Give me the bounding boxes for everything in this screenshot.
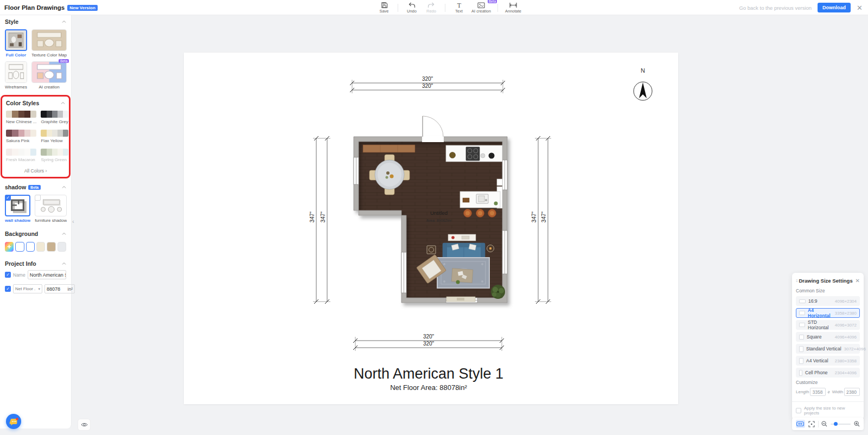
- annotate-button[interactable]: Annotate: [502, 0, 525, 15]
- ai-creation-button[interactable]: Beta AI creation: [469, 0, 494, 15]
- dim-left-1: 347": [309, 211, 315, 222]
- chevron-up-icon[interactable]: [62, 232, 66, 236]
- palette-flax-yellow[interactable]: Flax Yellow: [41, 130, 68, 143]
- size-shape-icon: [799, 335, 804, 340]
- style-option-ai-creation[interactable]: Beta AI creation: [31, 61, 67, 89]
- size-shape-icon: [799, 323, 805, 328]
- size-option-a4-vertical[interactable]: A4 Vertical 2380×3358: [796, 356, 860, 366]
- style-option-texture-color-map[interactable]: Texture Color Map: [31, 29, 67, 57]
- zoom-slider[interactable]: [831, 424, 851, 425]
- wall-shadow-checkbox[interactable]: ✓: [5, 195, 11, 201]
- size-shape-icon: [799, 311, 805, 315]
- eye-icon: [81, 422, 88, 427]
- background-section-title: Background: [5, 231, 38, 237]
- download-button[interactable]: Download: [818, 3, 851, 12]
- size-option-16-9[interactable]: 16:9 4096×2304: [796, 296, 860, 306]
- chevron-up-icon[interactable]: [61, 101, 65, 105]
- dim-top-2: 320": [422, 83, 433, 89]
- background-swatch-tan[interactable]: [47, 242, 55, 252]
- palette-fresh-macaron[interactable]: Fresh Macaron: [6, 149, 36, 162]
- drag-handle-icon[interactable]: ⁞⁞: [796, 278, 797, 283]
- palette-spring-green[interactable]: Spring Green: [41, 149, 68, 162]
- bar-stools: [464, 209, 496, 218]
- palette-sakura-pink[interactable]: Sakura Pink: [6, 130, 36, 143]
- drawing-size-settings-panel: ⁞⁞ Drawing Size Settings ✕ Common Size 1…: [792, 273, 864, 420]
- background-swatch-grey[interactable]: [58, 242, 66, 252]
- background-swatch-cream[interactable]: [36, 242, 45, 252]
- fit-width-icon[interactable]: [796, 420, 805, 428]
- style-option-full-color[interactable]: Full Color: [5, 29, 27, 57]
- all-colors-link[interactable]: All Colors ›: [5, 167, 66, 177]
- dim-right-2: 347": [541, 211, 547, 222]
- save-button[interactable]: Save: [374, 0, 394, 15]
- size-option-a4-horizontal[interactable]: A4 Horizontal 3358×2380: [796, 308, 860, 318]
- close-icon[interactable]: ✕: [857, 4, 863, 11]
- plan-title: North American Style 1: [354, 366, 503, 382]
- style-section-title: Style: [5, 18, 18, 25]
- kitchen-counter: [446, 145, 502, 162]
- background-swatch-white-2[interactable]: [26, 242, 35, 252]
- chevron-down-icon: ▾: [38, 287, 40, 291]
- color-styles-section-title: Color Styles: [6, 100, 39, 106]
- zoom-out-icon[interactable]: [821, 421, 827, 427]
- dim-bottom-2: 320": [423, 341, 435, 347]
- compass-icon: N: [634, 67, 652, 100]
- ai-creation-thumbnail: [31, 61, 67, 83]
- chevron-up-icon[interactable]: [62, 261, 66, 266]
- drawing-paper[interactable]: Untitled Area: 89062in²: [184, 53, 678, 404]
- name-checkbox[interactable]: ✓: [5, 272, 11, 278]
- size-option-cell-phone[interactable]: Cell Phone 2304×4096: [796, 368, 860, 378]
- preview-eye-button[interactable]: [78, 419, 91, 431]
- zoom-slider-knob[interactable]: [834, 422, 838, 426]
- length-input[interactable]: 3358: [810, 388, 826, 396]
- apply-size-label: Apply the size to new projects: [804, 406, 860, 415]
- furniture-shadow-option[interactable]: furniture shadow: [35, 195, 67, 223]
- palette-new-chinese[interactable]: New Chinese ...: [6, 111, 36, 124]
- width-input[interactable]: 2380: [844, 388, 860, 396]
- palette-graphite-grey[interactable]: Graphite Grey: [41, 111, 68, 124]
- project-name-input[interactable]: North American Style: [28, 270, 66, 279]
- size-panel-close-icon[interactable]: ✕: [856, 278, 860, 284]
- sidebar-collapse-handle[interactable]: ‹: [72, 215, 79, 228]
- link-icon[interactable]: [827, 390, 831, 394]
- size-option-square[interactable]: Square 4096×4096: [796, 332, 860, 342]
- length-label: Length: [796, 389, 809, 394]
- dim-left-2: 347": [320, 211, 326, 222]
- top-bar: Floor Plan Drawings New Version Save Und…: [0, 0, 868, 15]
- palette-strip: [41, 111, 68, 118]
- project-info-section-title: Project Info: [5, 260, 36, 267]
- area-checkbox[interactable]: ✓: [5, 286, 11, 292]
- area-type-dropdown[interactable]: Net Floor .▾: [13, 284, 42, 293]
- area-value-input[interactable]: 88078in²: [44, 284, 75, 293]
- size-shape-icon: [799, 346, 803, 352]
- wireframes-thumbnail: [5, 61, 27, 83]
- potted-plant: [491, 285, 505, 299]
- fit-screen-icon[interactable]: [808, 421, 815, 427]
- redo-button[interactable]: Redo: [422, 0, 441, 15]
- palette-strip: [41, 130, 68, 137]
- size-option-standard-vertical[interactable]: Standard Vertical 3072×4096: [796, 344, 860, 354]
- watering-can: [456, 280, 460, 284]
- chevron-up-icon[interactable]: [62, 20, 66, 24]
- apply-size-checkbox[interactable]: [796, 408, 801, 413]
- go-back-link[interactable]: Go back to the previous version: [739, 5, 812, 11]
- size-shape-icon: [799, 358, 803, 364]
- background-swatch-white[interactable]: [15, 242, 24, 252]
- coffee-blanket: [451, 268, 473, 283]
- chevron-up-icon[interactable]: [62, 185, 66, 189]
- zoom-in-icon[interactable]: [854, 421, 860, 427]
- zoom-toolbar: [792, 418, 864, 430]
- support-chat-button[interactable]: [6, 414, 21, 429]
- undo-button[interactable]: Undo: [402, 0, 422, 15]
- size-option-std-horizontal[interactable]: STD Horizontal 4096×3072: [796, 320, 860, 330]
- furniture-shadow-checkbox[interactable]: [35, 195, 41, 201]
- style-option-wireframes[interactable]: Wireframes: [5, 61, 27, 89]
- text-tool-button[interactable]: T Text: [449, 0, 469, 15]
- wall-shadow-option[interactable]: ✓ wall shadow: [5, 195, 30, 223]
- custom-color-swatch[interactable]: [5, 242, 14, 252]
- sofa: [443, 243, 485, 258]
- door: [422, 116, 444, 142]
- svg-text:T: T: [457, 2, 461, 9]
- size-shape-icon: [799, 370, 802, 376]
- ai-creation-icon: [477, 2, 485, 9]
